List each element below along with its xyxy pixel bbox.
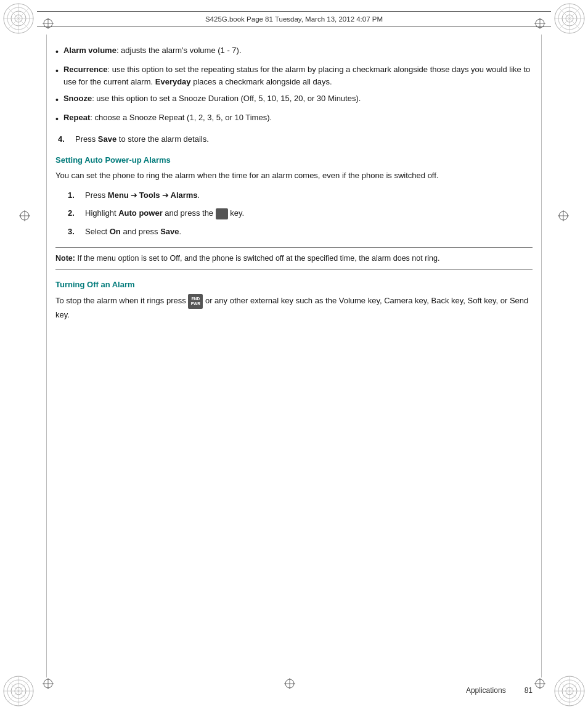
auto-power-step-2-content: Highlight Auto power and press the key. [85,207,533,219]
corner-deco-top-right [553,2,586,37]
step-4-save: Save [98,134,116,144]
step-4: 4. Press Save to store the alarm details… [58,133,533,145]
reg-mark-left [18,210,31,224]
auto-power-step-1-num: 1. [68,189,85,202]
term-recurrence: Recurrence [63,65,108,74]
alarms-label: Alarms [171,190,198,200]
section-turning-off: Turning Off an Alarm To stop the alarm w… [55,280,533,321]
header-bar: S425G.book Page 81 Tuesday, March 13, 20… [37,11,551,27]
footer: Applications 81 [55,686,533,695]
bullet-item-snooze: • Snooze: use this option to set a Snooz… [55,92,533,107]
text-alarm-volume: : adjusts the alarm's volume (1 - 7). [116,46,242,55]
reg-mark-bottom-left [42,677,54,692]
section-auto-power-intro: You can set the phone to ring the alarm … [55,170,533,182]
term-everyday: Everyday [155,77,191,86]
auto-power-step-3: 3. Select On and press Save. [68,226,533,238]
key-pwr-text: PWR [191,301,200,306]
bullet-dot-1: • [55,46,59,59]
arrow-2: ➔ [162,190,169,200]
note-box: Note: If the menu option is set to Off, … [55,247,533,270]
section-turning-off-heading: Turning Off an Alarm [55,280,533,289]
bullet-text-1: Alarm volume: adjusts the alarm's volume… [63,44,533,57]
bullet-item-alarm-volume: • Alarm volume: adjusts the alarm's volu… [55,44,533,59]
left-border [46,35,47,677]
auto-power-step-3-content: Select On and press Save. [85,226,533,238]
corner-deco-bottom-left [2,675,35,710]
bullet-text-3: Snooze: use this option to set a Snooze … [63,92,533,105]
header-text: S425G.book Page 81 Tuesday, March 13, 20… [205,15,383,23]
auto-power-step-1-content: Press Menu➔Tools➔Alarms. [85,189,533,202]
reg-mark-right [557,210,570,224]
corner-deco-top-left [2,2,35,37]
section-auto-power: Setting Auto Power-up Alarms You can set… [55,155,533,238]
auto-power-step-3-num: 3. [68,226,85,238]
key-button [216,208,228,219]
corner-deco-bottom-right [553,675,586,710]
text-snooze: : use this option to set a Snooze Durati… [92,94,361,103]
bullet-dot-2: • [55,65,59,78]
section-turning-off-text: To stop the alarm when it rings press EN… [55,294,533,321]
auto-power-steps: 1. Press Menu➔Tools➔Alarms. 2. Highlight… [68,189,533,238]
bullet-dot-4: • [55,113,59,126]
term-repeat: Repeat [63,113,90,122]
menu-label: Menu [108,190,129,200]
tools-label: Tools [139,190,160,200]
step-4-content: Press Save to store the alarm details. [75,133,533,145]
footer-section: Applications [466,686,506,695]
term-snooze: Snooze [63,94,92,103]
step-4-num: 4. [58,133,75,145]
term-alarm-volume: Alarm volume [63,46,116,55]
right-border [541,35,542,677]
save-label: Save [160,227,179,236]
key-end-text: END [191,297,200,301]
arrow-1: ➔ [131,190,137,200]
text-recurrence-after: places a checkmark alongside all days. [191,77,332,86]
bullet-text-4: Repeat: choose a Snooze Repeat (1, 2, 3,… [63,112,533,124]
auto-power-label: Auto power [118,208,163,218]
auto-power-step-1: 1. Press Menu➔Tools➔Alarms. [68,189,533,202]
note-text: If the menu option is set to Off, and th… [75,254,440,263]
on-label: On [110,227,121,236]
bullet-list: • Alarm volume: adjusts the alarm's volu… [55,44,533,126]
page-content: • Alarm volume: adjusts the alarm's volu… [55,44,533,669]
note-label: Note: [55,254,75,263]
bullet-item-recurrence: • Recurrence: use this option to set the… [55,63,533,88]
bullet-dot-3: • [55,94,59,107]
auto-power-step-2-num: 2. [68,207,85,219]
bullet-item-repeat: • Repeat: choose a Snooze Repeat (1, 2, … [55,112,533,126]
footer-page: 81 [525,686,533,695]
section-auto-power-heading: Setting Auto Power-up Alarms [55,155,533,165]
auto-power-step-2: 2. Highlight Auto power and press the ke… [68,207,533,219]
reg-mark-bottom-right [534,677,546,692]
bullet-text-2: Recurrence: use this option to set the r… [63,63,533,88]
text-repeat: : choose a Snooze Repeat (1, 2, 3, 5, or… [90,113,272,122]
end-pwr-key: END PWR [188,294,203,309]
